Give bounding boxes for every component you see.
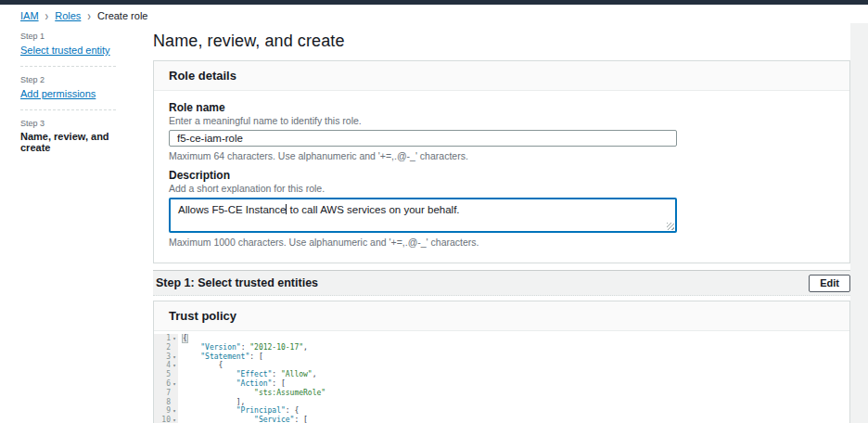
sidebar-step-3: Step 3 Name, review, and create xyxy=(20,119,134,153)
step-2-label: Step 2 xyxy=(20,75,134,84)
sidebar-divider xyxy=(20,66,116,67)
step1-section-header: Step 1: Select trusted entities Edit xyxy=(153,270,850,296)
description-text-after-cursor: to call AWS services on your behalf. xyxy=(287,204,459,215)
role-details-panel: Role details Role name Enter a meaningfu… xyxy=(153,60,850,263)
description-text-before-cursor: Allows F5-CE Instance xyxy=(178,204,286,215)
code-line-number: 10▾ xyxy=(154,416,178,423)
step1-section-title: Step 1: Select trusted entities xyxy=(156,276,318,289)
main-content: Name, review, and create Role details Ro… xyxy=(153,26,850,423)
sidebar-item-name-review-create: Name, review, and create xyxy=(20,131,134,153)
code-line-number: 2 xyxy=(154,343,178,352)
code-line: ], xyxy=(183,398,849,407)
code-lines: { "Version": "2012-10-17", "Statement": … xyxy=(178,334,849,423)
code-line: "Service": [ xyxy=(183,416,849,423)
code-fold-toggle-icon[interactable]: ▾ xyxy=(171,361,178,370)
code-gutter: 1▾23▾4▾56▾789▾10▾111213141516 xyxy=(154,334,178,423)
chevron-right-icon: › xyxy=(45,9,49,23)
code-fold-toggle-icon[interactable]: ▾ xyxy=(171,379,178,389)
sidebar-step-2: Step 2 Add permissions xyxy=(20,75,134,100)
trust-policy-panel: Trust policy 1▾23▾4▾56▾789▾10▾1112131415… xyxy=(153,301,850,423)
step-3-label: Step 3 xyxy=(20,119,134,128)
breadcrumb-link-iam[interactable]: IAM xyxy=(20,10,39,21)
step-1-label: Step 1 xyxy=(20,32,134,41)
role-name-constraint: Maximum 64 characters. Use alphanumeric … xyxy=(169,150,835,161)
sidebar-divider xyxy=(20,109,116,110)
code-line-number: 3▾ xyxy=(154,352,178,362)
edit-button[interactable]: Edit xyxy=(809,275,850,292)
code-line: "Statement": [ xyxy=(183,352,849,362)
page-background-strip xyxy=(850,23,868,423)
breadcrumb: IAM › Roles › Create role xyxy=(0,5,868,26)
sidebar-item-select-trusted-entity[interactable]: Select trusted entity xyxy=(20,45,110,56)
role-name-input[interactable] xyxy=(169,130,677,147)
code-line-number: 8 xyxy=(154,398,178,407)
code-fold-toggle-icon[interactable]: ▾ xyxy=(171,406,178,416)
description-constraint: Maximum 1000 characters. Use alphanumeri… xyxy=(169,237,835,248)
code-fold-toggle-icon[interactable]: ▾ xyxy=(171,416,178,423)
code-line-number: 9▾ xyxy=(154,406,178,416)
sidebar-item-add-permissions[interactable]: Add permissions xyxy=(20,88,96,99)
code-line-number: 4▾ xyxy=(154,361,178,370)
trust-policy-code: 1▾23▾4▾56▾789▾10▾111213141516 { "Version… xyxy=(154,331,849,423)
breadcrumb-current: Create role xyxy=(97,10,147,21)
trust-policy-header: Trust policy xyxy=(154,301,849,331)
description-textarea[interactable]: Allows F5-CE Instance to call AWS servic… xyxy=(169,198,677,233)
code-fold-toggle-icon[interactable]: ▾ xyxy=(171,352,178,362)
code-line-number: 6▾ xyxy=(154,379,178,389)
role-name-label: Role name xyxy=(169,101,835,114)
textarea-resize-handle[interactable] xyxy=(667,223,674,230)
code-line: { xyxy=(183,361,849,370)
chevron-right-icon: › xyxy=(87,9,91,23)
page-title: Name, review, and create xyxy=(153,32,850,51)
code-line: "Effect": "Allow", xyxy=(183,370,849,379)
code-line: { xyxy=(183,334,849,343)
code-line: "Version": "2012-10-17", xyxy=(183,343,849,352)
role-name-hint: Enter a meaningful name to identify this… xyxy=(169,115,835,126)
code-line-number: 5 xyxy=(154,370,178,379)
code-line-number: 7 xyxy=(154,389,178,398)
sidebar-step-1: Step 1 Select trusted entity xyxy=(20,32,134,57)
steps-sidebar: Step 1 Select trusted entity Step 2 Add … xyxy=(0,26,153,155)
breadcrumb-link-roles[interactable]: Roles xyxy=(55,10,81,21)
role-details-header: Role details xyxy=(154,61,849,91)
code-line: "Principal": { xyxy=(183,406,849,416)
code-line: "Action": [ xyxy=(183,379,849,389)
code-fold-toggle-icon[interactable]: ▾ xyxy=(171,334,178,343)
description-hint: Add a short explanation for this role. xyxy=(169,183,835,194)
description-label: Description xyxy=(169,169,835,182)
role-details-body: Role name Enter a meaningful name to ide… xyxy=(154,91,849,263)
code-line: "sts:AssumeRole" xyxy=(183,389,849,398)
code-line-number: 1▾ xyxy=(154,334,178,343)
